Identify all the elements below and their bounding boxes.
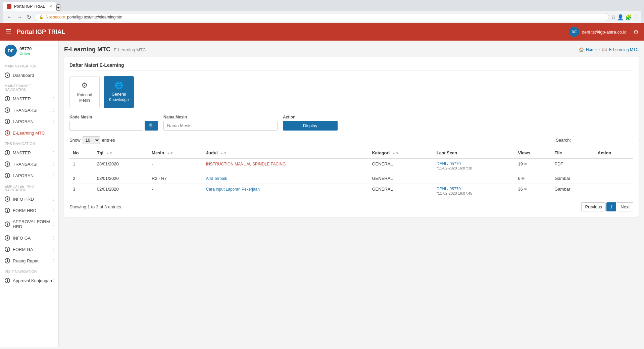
cell-file: Gambar [551,173,594,184]
col-last-seen: Last Seen [433,148,515,158]
sidebar-item-master-mtc[interactable]: ℹ MASTER 〈 [0,93,58,104]
back-button[interactable]: ← [5,13,13,21]
page-1-button[interactable]: 1 [606,202,616,211]
app-header: ☰ Portal IGP TRIAL DE deni.ts@igp-astra.… [0,23,644,41]
cell-action [594,158,633,173]
main-layout: DE 05770 Online MAIN NAVIGATION ● Dashbo… [0,41,644,347]
search-control: Search: [556,136,633,144]
cell-mesin: - [148,184,203,198]
breadcrumb-home[interactable]: Home [586,47,597,52]
sidebar-item-laporan-ehs[interactable]: ℹ LAPORAN 〈 [0,170,58,181]
sidebar-item-info-hrd[interactable]: ℹ INFO HRD 〈 [0,193,58,205]
cell-judul[interactable]: Cara input Laporan Pekerjaan [203,184,369,198]
col-tgl[interactable]: Tgl ▲▼ [94,148,148,158]
cell-tgl: 28/01/2020 [94,158,148,173]
sidebar-label-dashboard: Dashboard [13,73,34,78]
info-ga-icon: ℹ [5,235,10,241]
table-body: 1 28/01/2020 - INSTRUCTION MANUAL SPINDL… [69,158,633,198]
sidebar-item-form-hrd[interactable]: ℹ FORM HRD 〈 [0,205,58,216]
category-tiles: ⚙ KategoriMesin 🌐 GeneralKnowledge [69,76,633,108]
tab-close-button[interactable]: ✕ [49,4,52,9]
eye-icon: 👁 [521,177,525,181]
active-tab[interactable]: Portal IGP TRIAL ✕ [3,2,56,11]
col-kategori[interactable]: Kategori ▲▼ [368,148,433,158]
address-bar[interactable]: 🔒 Not secure portaligp.test/mtc/elearnin… [35,13,609,21]
col-judul[interactable]: Judul ▲▼ [203,148,369,158]
judul-link[interactable]: Cara input Laporan Pekerjaan [206,187,260,192]
kode-mesin-search-button[interactable]: 🔍 [145,121,158,131]
kode-mesin-input[interactable] [69,121,143,131]
sidebar-item-form-ga[interactable]: ℹ FORM GA 〈 [0,244,58,255]
bookmark-icon[interactable]: ☆ [611,14,616,20]
previous-button[interactable]: Previous [581,202,606,211]
display-button[interactable]: Display [283,121,338,131]
app: ☰ Portal IGP TRIAL DE deni.ts@igp-astra.… [0,23,644,347]
ruang-rapat-chevron: 〈 [53,259,54,263]
laporan-mtc-chevron: 〈 [53,119,54,123]
transaksi-ehs-chevron: 〈 [53,162,54,166]
nama-mesin-label: Nama Mesin [163,115,278,119]
eye-icon: 👁 [524,162,527,166]
content-inner: E-Learning MTC E-Learning MTC 🏠 Home › 📖… [59,41,644,222]
general-tile-icon: 🌐 [115,81,123,89]
page-header: E-Learning MTC E-Learning MTC 🏠 Home › 📖… [64,46,639,53]
sidebar-item-laporan-mtc[interactable]: ℹ LAPORAN 〈 [0,116,58,127]
filter-form: Kode Mesin 🔍 Nama Mesin Action [69,115,633,131]
col-mesin[interactable]: Mesin ▲▼ [148,148,203,158]
laporan-mtc-icon: ℹ [5,119,10,124]
last-seen-name: DENI / 05770 [437,161,511,166]
kode-mesin-label: Kode Mesin [69,115,158,119]
sidebar: DE 05770 Online MAIN NAVIGATION ● Dashbo… [0,41,59,347]
col-action: Action [594,148,633,158]
breadcrumb: 🏠 Home › 📖 E-Learning MTC [579,47,639,52]
hamburger-menu-button[interactable]: ☰ [5,28,11,36]
sidebar-item-elearning[interactable]: ℹ E-Learning MTC [0,127,58,139]
extensions-icon[interactable]: 🧩 [625,14,632,20]
master-ehs-icon: ℹ [5,150,10,155]
cell-last-seen [433,173,515,184]
new-tab-button[interactable]: + [56,4,60,11]
general-tile-label: GeneralKnowledge [109,92,129,102]
cell-views: 36 👁 [515,184,551,198]
info-hrd-icon: ℹ [5,196,10,202]
sidebar-item-master-ehs[interactable]: ℹ MASTER 〈 [0,147,58,158]
sidebar-user: DE 05770 Online [0,41,58,61]
cell-last-seen: DENI / 05770 *11-02-2020 16:07:38 [433,158,515,173]
pagination: Previous 1 Next [581,202,633,211]
menu-icon[interactable]: ⋮ [633,14,639,20]
judul-link[interactable]: Alat Terbaik [206,176,227,181]
info-hrd-chevron: 〈 [53,197,54,201]
views-count: 19 [518,161,523,166]
sidebar-item-info-ga[interactable]: ℹ INFO GA 〈 [0,232,58,244]
sidebar-label-master-mtc: MASTER [13,96,31,101]
sidebar-user-status: Online [19,51,32,55]
forward-button[interactable]: → [15,13,23,21]
sidebar-label-approval-form-hrd: APPROVAL FORM HRD [13,219,53,229]
master-ehs-chevron: 〈 [53,151,54,155]
sidebar-item-approval-form-hrd[interactable]: ℹ APPROVAL FORM HRD 〈 [0,216,58,232]
table-search-input[interactable] [573,136,633,144]
sidebar-item-approval-kunjungan[interactable]: ℹ Approval Kunjungan 〈 [0,275,58,286]
elearning-icon: ℹ [5,130,10,136]
breadcrumb-current[interactable]: E-Learning MTC [609,47,639,52]
sidebar-section-ehs: EHS NAVIGATION ℹ MASTER 〈 ℹ TRANSAKSI 〈 [0,139,58,181]
cell-judul[interactable]: INSTRUCTION MANUAL SPINDLE FACING [203,158,369,173]
laporan-ehs-icon: ℹ [5,173,10,178]
sidebar-item-dashboard[interactable]: ● Dashboard [0,69,58,81]
judul-link[interactable]: INSTRUCTION MANUAL SPINDLE FACING [206,162,286,166]
sidebar-label-ruang-rapat: Ruang Rapat [13,258,39,263]
reload-button[interactable]: ↻ [26,13,33,21]
profile-icon[interactable]: 👤 [617,14,624,20]
category-tile-mesin[interactable]: ⚙ KategoriMesin [69,76,100,108]
sidebar-item-transaksi-ehs[interactable]: ℹ TRANSAKSI 〈 [0,158,58,170]
entries-select[interactable]: 10 25 50 100 [83,136,100,144]
sidebar-item-ruang-rapat[interactable]: ℹ Ruang Rapat 〈 [0,255,58,266]
laporan-ehs-chevron: 〈 [53,173,54,178]
category-tile-general[interactable]: 🌐 GeneralKnowledge [104,76,134,108]
cell-judul[interactable]: Alat Terbaik [203,173,369,184]
settings-icon[interactable]: ⚙ [633,28,639,36]
nama-mesin-input[interactable] [163,121,278,131]
cell-tgl: 03/01/2020 [94,173,148,184]
next-button[interactable]: Next [617,202,633,211]
sidebar-item-transaksi-mtc[interactable]: ℹ TRANSAKSI 〈 [0,104,58,116]
